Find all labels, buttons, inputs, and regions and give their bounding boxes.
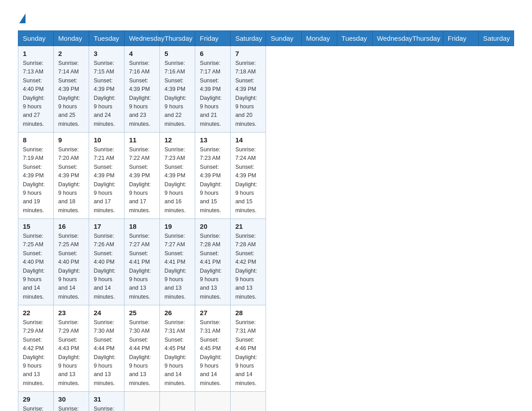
header-tuesday: Tuesday	[337, 31, 372, 46]
day-number: 18	[129, 223, 155, 230]
day-number: 27	[200, 309, 226, 317]
calendar-cell: 25Sunrise: 7:30 AMSunset: 4:44 PMDayligh…	[124, 305, 160, 392]
calendar-cell: 3Sunrise: 7:15 AMSunset: 4:39 PMDaylight…	[89, 46, 124, 133]
day-number: 2	[58, 50, 84, 57]
day-number: 26	[164, 309, 190, 317]
header-friday: Friday	[443, 31, 478, 46]
calendar-cell: 4Sunrise: 7:16 AMSunset: 4:39 PMDaylight…	[124, 46, 160, 133]
calendar-cell: 5Sunrise: 7:16 AMSunset: 4:39 PMDaylight…	[160, 46, 195, 133]
calendar-cell: 21Sunrise: 7:28 AMSunset: 4:42 PMDayligh…	[231, 219, 266, 305]
calendar-cell: 13Sunrise: 7:23 AMSunset: 4:39 PMDayligh…	[195, 133, 231, 219]
day-info: Sunrise: 7:16 AMSunset: 4:39 PMDaylight:…	[129, 59, 155, 128]
calendar-cell: 11Sunrise: 7:22 AMSunset: 4:39 PMDayligh…	[124, 133, 160, 219]
calendar-cell: 22Sunrise: 7:29 AMSunset: 4:42 PMDayligh…	[18, 305, 54, 392]
day-number: 6	[200, 50, 226, 57]
day-number: 16	[58, 223, 84, 230]
calendar-cell	[231, 392, 266, 411]
calendar-cell	[124, 392, 160, 411]
page-header	[18, 13, 514, 21]
day-number: 14	[235, 136, 261, 144]
day-info: Sunrise: 7:31 AMSunset: 4:47 PMDaylight:…	[23, 405, 49, 411]
day-number: 17	[94, 223, 120, 230]
calendar-cell: 28Sunrise: 7:31 AMSunset: 4:46 PMDayligh…	[231, 305, 266, 392]
header-monday: Monday	[301, 31, 337, 46]
calendar-cell: 1Sunrise: 7:13 AMSunset: 4:40 PMDaylight…	[18, 46, 54, 133]
calendar-cell: 12Sunrise: 7:23 AMSunset: 4:39 PMDayligh…	[160, 133, 195, 219]
header-tuesday: Tuesday	[89, 31, 124, 46]
calendar-cell: 19Sunrise: 7:27 AMSunset: 4:41 PMDayligh…	[160, 219, 195, 305]
day-number: 5	[164, 50, 190, 57]
calendar-cell: 30Sunrise: 7:32 AMSunset: 4:48 PMDayligh…	[54, 392, 89, 411]
calendar-cell: 26Sunrise: 7:31 AMSunset: 4:45 PMDayligh…	[160, 305, 195, 392]
calendar-cell: 6Sunrise: 7:17 AMSunset: 4:39 PMDaylight…	[195, 46, 231, 133]
day-info: Sunrise: 7:17 AMSunset: 4:39 PMDaylight:…	[200, 59, 226, 128]
day-info: Sunrise: 7:28 AMSunset: 4:41 PMDaylight:…	[200, 232, 226, 301]
day-info: Sunrise: 7:32 AMSunset: 4:48 PMDaylight:…	[58, 405, 84, 411]
calendar-cell: 23Sunrise: 7:29 AMSunset: 4:43 PMDayligh…	[54, 305, 89, 392]
day-info: Sunrise: 7:25 AMSunset: 4:40 PMDaylight:…	[58, 232, 84, 301]
logo-triangle-icon	[19, 13, 26, 23]
day-info: Sunrise: 7:32 AMSunset: 4:48 PMDaylight:…	[94, 405, 120, 411]
calendar-cell: 2Sunrise: 7:14 AMSunset: 4:39 PMDaylight…	[54, 46, 89, 133]
day-info: Sunrise: 7:22 AMSunset: 4:39 PMDaylight:…	[129, 146, 155, 215]
day-number: 24	[94, 309, 120, 317]
day-info: Sunrise: 7:16 AMSunset: 4:39 PMDaylight:…	[164, 59, 190, 128]
day-info: Sunrise: 7:31 AMSunset: 4:46 PMDaylight:…	[235, 318, 261, 388]
header-friday: Friday	[195, 31, 231, 46]
calendar-cell: 24Sunrise: 7:30 AMSunset: 4:44 PMDayligh…	[89, 305, 124, 392]
day-number: 19	[164, 223, 190, 230]
day-number: 12	[164, 136, 190, 144]
day-info: Sunrise: 7:29 AMSunset: 4:43 PMDaylight:…	[58, 318, 84, 388]
calendar-cell: 7Sunrise: 7:18 AMSunset: 4:39 PMDaylight…	[231, 46, 266, 133]
calendar-week-row: 15Sunrise: 7:25 AMSunset: 4:40 PMDayligh…	[18, 219, 514, 305]
day-info: Sunrise: 7:30 AMSunset: 4:44 PMDaylight:…	[129, 318, 155, 388]
day-info: Sunrise: 7:15 AMSunset: 4:39 PMDaylight:…	[94, 59, 120, 128]
calendar-week-row: 29Sunrise: 7:31 AMSunset: 4:47 PMDayligh…	[18, 392, 514, 411]
calendar-cell: 15Sunrise: 7:25 AMSunset: 4:40 PMDayligh…	[18, 219, 54, 305]
calendar-cell: 10Sunrise: 7:21 AMSunset: 4:39 PMDayligh…	[89, 133, 124, 219]
day-number: 28	[235, 309, 261, 317]
day-number: 20	[200, 223, 226, 230]
calendar-cell: 20Sunrise: 7:28 AMSunset: 4:41 PMDayligh…	[195, 219, 231, 305]
day-number: 4	[129, 50, 155, 57]
header-saturday: Saturday	[231, 31, 266, 46]
header-monday: Monday	[54, 31, 89, 46]
calendar-week-row: 8Sunrise: 7:19 AMSunset: 4:39 PMDaylight…	[18, 133, 514, 219]
day-number: 9	[58, 136, 84, 144]
calendar-cell: 17Sunrise: 7:26 AMSunset: 4:40 PMDayligh…	[89, 219, 124, 305]
calendar-week-row: 22Sunrise: 7:29 AMSunset: 4:42 PMDayligh…	[18, 305, 514, 392]
header-wednesday: Wednesday	[124, 31, 160, 46]
day-number: 11	[129, 136, 155, 144]
day-info: Sunrise: 7:31 AMSunset: 4:45 PMDaylight:…	[164, 318, 190, 388]
day-info: Sunrise: 7:28 AMSunset: 4:42 PMDaylight:…	[235, 232, 261, 301]
day-info: Sunrise: 7:25 AMSunset: 4:40 PMDaylight:…	[23, 232, 49, 301]
day-number: 1	[23, 50, 49, 57]
day-info: Sunrise: 7:29 AMSunset: 4:42 PMDaylight:…	[23, 318, 49, 388]
calendar-header-row: SundayMondayTuesdayWednesdayThursdayFrid…	[18, 31, 514, 46]
calendar-cell	[195, 392, 231, 411]
calendar-table: SundayMondayTuesdayWednesdayThursdayFrid…	[18, 30, 514, 411]
day-info: Sunrise: 7:26 AMSunset: 4:40 PMDaylight:…	[94, 232, 120, 301]
calendar-cell: 16Sunrise: 7:25 AMSunset: 4:40 PMDayligh…	[54, 219, 89, 305]
calendar-cell: 27Sunrise: 7:31 AMSunset: 4:45 PMDayligh…	[195, 305, 231, 392]
day-info: Sunrise: 7:27 AMSunset: 4:41 PMDaylight:…	[164, 232, 190, 301]
day-info: Sunrise: 7:30 AMSunset: 4:44 PMDaylight:…	[94, 318, 120, 388]
calendar-cell: 29Sunrise: 7:31 AMSunset: 4:47 PMDayligh…	[18, 392, 54, 411]
day-number: 25	[129, 309, 155, 317]
header-thursday: Thursday	[160, 31, 195, 46]
day-number: 29	[23, 395, 49, 403]
day-number: 21	[235, 223, 261, 230]
day-info: Sunrise: 7:31 AMSunset: 4:45 PMDaylight:…	[200, 318, 226, 388]
day-number: 10	[94, 136, 120, 144]
calendar-cell: 9Sunrise: 7:20 AMSunset: 4:39 PMDaylight…	[54, 133, 89, 219]
day-info: Sunrise: 7:23 AMSunset: 4:39 PMDaylight:…	[164, 146, 190, 215]
header-sunday: Sunday	[18, 31, 54, 46]
day-info: Sunrise: 7:13 AMSunset: 4:40 PMDaylight:…	[23, 59, 49, 128]
header-sunday: Sunday	[266, 31, 301, 46]
calendar-cell: 18Sunrise: 7:27 AMSunset: 4:41 PMDayligh…	[124, 219, 160, 305]
day-info: Sunrise: 7:27 AMSunset: 4:41 PMDaylight:…	[129, 232, 155, 301]
day-number: 23	[58, 309, 84, 317]
calendar-cell: 31Sunrise: 7:32 AMSunset: 4:48 PMDayligh…	[89, 392, 124, 411]
day-number: 13	[200, 136, 226, 144]
calendar-cell	[160, 392, 195, 411]
